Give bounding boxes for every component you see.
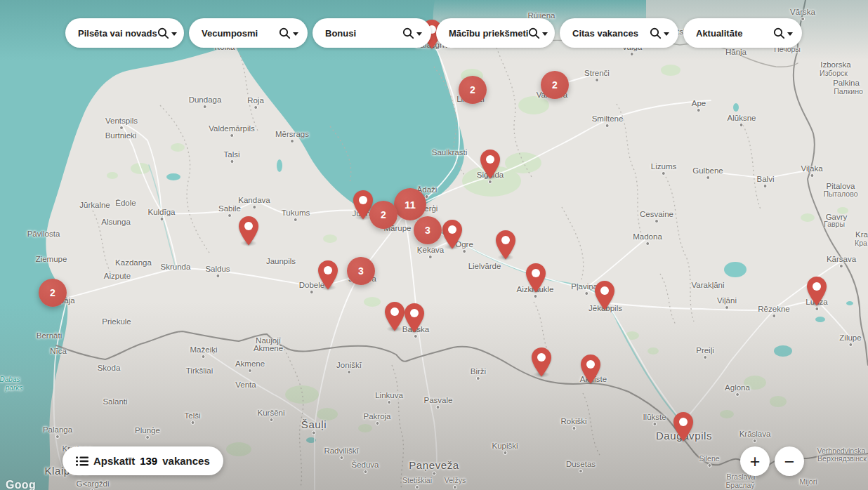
cluster-marker[interactable]: 2 [369, 201, 397, 229]
cluster-marker[interactable]: 2 [39, 279, 67, 307]
zoom-out-button[interactable]: − [775, 446, 804, 476]
pin-marker[interactable] [531, 347, 552, 378]
pin-marker[interactable] [404, 303, 425, 333]
filter-label: Aktualitāte [696, 28, 742, 39]
cluster-marker[interactable]: 11 [394, 188, 426, 220]
pin-marker[interactable] [238, 216, 259, 246]
map-pin-icon [317, 260, 338, 291]
filter-button-2[interactable]: Vecumposmi [189, 18, 308, 48]
results-count: 139 [140, 455, 157, 467]
filter-button-1[interactable]: Pilsēta vai novads [65, 18, 184, 48]
map-pin-icon [594, 280, 615, 311]
vacancy-map-app: Kolka Rūjiena Mazsalaca Salacgrīva Stren… [0, 0, 868, 490]
pin-marker[interactable] [580, 354, 601, 385]
google-watermark: Goog [6, 479, 36, 490]
pin-marker[interactable] [673, 411, 694, 442]
caret-down-icon [416, 32, 422, 36]
caret-down-icon [293, 32, 298, 36]
pin-marker[interactable] [806, 276, 827, 307]
map-pin-icon [495, 230, 516, 260]
plus-icon: + [750, 453, 761, 470]
pin-marker[interactable] [480, 149, 501, 180]
search-icon [773, 27, 785, 39]
cluster-count: 2 [50, 287, 55, 298]
pin-marker[interactable] [495, 230, 516, 260]
map-pin-icon [673, 411, 694, 442]
search-icon [279, 27, 291, 39]
filter-label: Vecumposmi [202, 28, 258, 39]
cluster-marker[interactable]: 3 [347, 257, 375, 285]
results-prefix: Apskatīt [93, 455, 135, 467]
map-pin-icon [806, 276, 827, 307]
cluster-marker[interactable]: 2 [541, 71, 569, 99]
search-icon [650, 27, 662, 39]
zoom-in-button[interactable]: + [740, 446, 770, 476]
pin-marker[interactable] [442, 219, 463, 250]
caret-down-icon [171, 32, 177, 36]
map-pin-icon [480, 149, 501, 180]
filter-label: Bonusi [325, 28, 356, 39]
pin-marker[interactable] [384, 301, 405, 332]
cluster-count: 2 [470, 84, 475, 95]
map-pin-icon [442, 219, 463, 250]
filter-button-6[interactable]: Aktualitāte [683, 18, 802, 48]
search-icon [402, 27, 414, 39]
pin-marker[interactable] [317, 260, 338, 291]
map-markers-layer: 2 2 11 2 3 3 2 [0, 0, 868, 490]
cluster-count: 3 [425, 225, 430, 236]
map-pin-icon [525, 263, 546, 293]
filter-label: Mācību priekšmeti [449, 28, 528, 39]
cluster-count: 11 [405, 199, 416, 211]
minus-icon: − [784, 453, 795, 470]
pin-marker[interactable] [594, 280, 615, 311]
cluster-count: 2 [381, 209, 386, 220]
list-icon [76, 456, 88, 466]
map-pin-icon [580, 354, 601, 385]
results-suffix: vakances [162, 455, 210, 467]
map-pin-icon [531, 347, 552, 378]
filter-label: Citas vakances [572, 28, 638, 39]
map-pin-icon [384, 301, 405, 332]
map-pin-icon [404, 303, 425, 333]
search-icon [528, 27, 540, 39]
view-vacancies-button[interactable]: Apskatīt 139 vakances [63, 446, 223, 475]
map-pin-icon [238, 216, 259, 246]
filter-button-3[interactable]: Bonusi [313, 18, 431, 48]
filter-label: Pilsēta vai novads [78, 28, 157, 39]
filter-button-5[interactable]: Citas vakances [560, 18, 678, 48]
cluster-count: 2 [552, 79, 558, 91]
caret-down-icon [664, 32, 669, 36]
pin-marker[interactable] [525, 263, 546, 293]
caret-down-icon [542, 32, 548, 36]
filter-bar: Pilsēta vai novads Vecumposmi Bonusi [65, 18, 802, 48]
search-icon [157, 27, 169, 39]
cluster-marker[interactable]: 3 [414, 216, 442, 244]
caret-down-icon [787, 32, 793, 36]
cluster-count: 3 [358, 265, 364, 277]
cluster-marker[interactable]: 2 [459, 76, 487, 104]
filter-button-4[interactable]: Mācību priekšmeti [436, 18, 555, 48]
